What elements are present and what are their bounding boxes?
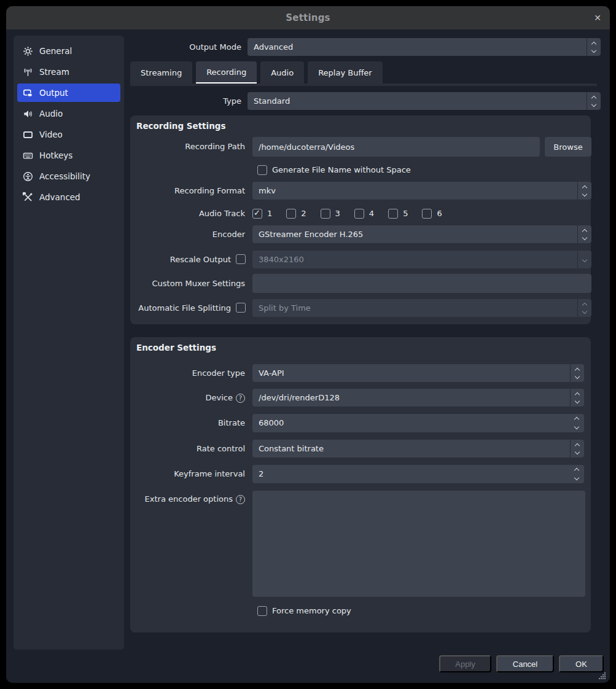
tab-label: Audio <box>271 68 294 77</box>
audio-track-4-checkbox[interactable] <box>354 209 364 219</box>
recording-format-select[interactable]: mkv <box>252 182 591 200</box>
tab-recording[interactable]: Recording <box>196 61 257 84</box>
keyboard-icon <box>23 150 33 161</box>
tab-replay-buffer[interactable]: Replay Buffer <box>308 61 383 84</box>
cancel-button[interactable]: Cancel <box>496 655 554 672</box>
sidebar-item-label: Output <box>39 88 68 98</box>
encoder-label: Encoder <box>136 225 245 243</box>
tab-pane-divider <box>130 84 597 86</box>
sidebar-item-hotkeys[interactable]: Hotkeys <box>17 146 120 165</box>
accessibility-icon <box>23 171 33 182</box>
device-select[interactable]: /dev/dri/renderD128 <box>252 389 584 407</box>
output-mode-label: Output Mode <box>130 38 241 56</box>
audio-track-2-label: 2 <box>301 209 306 218</box>
dropdown-arrows[interactable] <box>587 38 601 56</box>
recording-path-input[interactable] <box>252 137 540 157</box>
bitrate-spinner[interactable]: 68000 <box>252 414 584 432</box>
chevron-up-icon <box>591 41 596 46</box>
apply-button[interactable]: Apply <box>439 655 491 672</box>
gear-icon <box>23 46 33 56</box>
generate-no-space-label: Generate File Name without Space <box>272 165 411 174</box>
spinner-down-icon <box>574 475 579 480</box>
speaker-icon <box>23 109 33 119</box>
titlebar: Settings ✕ <box>6 6 610 29</box>
dropdown-arrows[interactable] <box>577 299 591 317</box>
keyframe-interval-spinner[interactable]: 2 <box>252 465 584 483</box>
audio-track-label: Audio Track <box>136 208 245 219</box>
tab-label: Streaming <box>141 68 182 77</box>
device-value: /dev/dri/renderD128 <box>259 389 584 407</box>
close-icon[interactable]: ✕ <box>594 6 601 29</box>
output-icon <box>23 88 33 98</box>
recording-format-label: Recording Format <box>136 182 245 200</box>
chevron-down-icon <box>582 235 587 239</box>
settings-window: Settings ✕ General <box>6 6 610 683</box>
bitrate-label: Bitrate <box>136 414 245 432</box>
recording-format-value: mkv <box>259 182 591 200</box>
audio-track-3-label: 3 <box>335 209 340 218</box>
sidebar-item-accessibility[interactable]: Accessibility <box>17 167 120 185</box>
dialog-footer: Apply Cancel OK <box>439 655 604 672</box>
audio-track-6-checkbox[interactable] <box>422 209 432 219</box>
type-value: Standard <box>254 96 601 106</box>
keyframe-interval-row: Keyframe interval 2 <box>136 465 585 483</box>
audio-track-1-checkbox[interactable] <box>252 209 262 219</box>
rescale-output-checkbox[interactable] <box>236 254 246 264</box>
help-icon[interactable]: ? <box>236 495 245 504</box>
tab-streaming[interactable]: Streaming <box>130 61 192 84</box>
dropdown-arrows[interactable] <box>577 251 591 268</box>
extra-encoder-options-textarea[interactable] <box>252 491 585 597</box>
output-tabs: Streaming Recording Audio Replay Buffer <box>130 61 383 84</box>
audio-track-2-checkbox[interactable] <box>286 209 296 219</box>
custom-muxer-input[interactable] <box>252 274 591 293</box>
force-memory-copy-row: Force memory copy <box>136 605 585 616</box>
sidebar-item-advanced[interactable]: Advanced <box>17 188 120 206</box>
chevron-down-icon <box>582 191 587 196</box>
output-mode-value: Advanced <box>254 42 601 52</box>
sidebar-item-output[interactable]: Output <box>17 84 120 102</box>
encoder-type-label: Encoder type <box>136 364 245 382</box>
dropdown-arrows[interactable] <box>570 364 584 382</box>
audio-track-5-checkbox[interactable] <box>388 209 398 219</box>
spinner-arrows[interactable] <box>569 465 584 483</box>
rescale-resolution-select[interactable]: 3840x2160 <box>252 251 591 268</box>
auto-file-splitting-checkbox[interactable] <box>236 303 246 313</box>
sidebar-item-stream[interactable]: Stream <box>17 63 120 81</box>
dropdown-arrows[interactable] <box>577 225 591 243</box>
sidebar-item-audio[interactable]: Audio <box>17 104 120 123</box>
encoder-select[interactable]: GStreamer Encoder H.265 <box>252 225 591 243</box>
audio-track-3-checkbox[interactable] <box>321 209 330 219</box>
browse-button[interactable]: Browse <box>545 137 591 157</box>
dropdown-arrows[interactable] <box>587 92 601 110</box>
dropdown-arrows[interactable] <box>570 389 584 407</box>
sidebar-item-general[interactable]: General <box>17 42 120 60</box>
generate-no-space-checkbox[interactable] <box>257 165 267 175</box>
spinner-arrows[interactable] <box>569 414 584 432</box>
tab-audio[interactable]: Audio <box>260 61 304 84</box>
encoder-value: GStreamer Encoder H.265 <box>259 225 591 243</box>
audio-track-row: Audio Track 1 2 3 4 5 6 <box>136 208 585 219</box>
encoder-type-select[interactable]: VA-API <box>252 364 584 382</box>
audio-track-5-label: 5 <box>403 209 408 218</box>
rate-control-select[interactable]: Constant bitrate <box>252 440 584 457</box>
dropdown-arrows[interactable] <box>570 440 584 457</box>
force-memory-copy-checkbox[interactable] <box>257 606 267 616</box>
sidebar-item-label: Hotkeys <box>39 150 72 160</box>
tab-label: Recording <box>206 68 246 77</box>
split-mode-select[interactable]: Split by Time <box>252 299 591 317</box>
dropdown-arrows[interactable] <box>577 182 591 200</box>
ok-button[interactable]: OK <box>559 655 604 672</box>
chevron-up-icon <box>575 443 580 448</box>
rescale-output-row: Rescale Output 3840x2160 <box>136 251 585 268</box>
help-icon[interactable]: ? <box>236 394 245 403</box>
resize-grip[interactable] <box>599 672 606 680</box>
monitor-icon <box>23 130 33 140</box>
output-mode-select[interactable]: Advanced <box>248 38 601 56</box>
chevron-down-icon <box>582 257 587 262</box>
sidebar-item-label: Video <box>39 130 63 139</box>
chevron-down-icon <box>575 449 580 454</box>
recording-settings-panel: Recording Settings Recording Path Browse… <box>130 115 591 324</box>
sidebar-item-label: Audio <box>39 109 63 119</box>
sidebar-item-video[interactable]: Video <box>17 125 120 144</box>
type-select[interactable]: Standard <box>248 92 601 110</box>
